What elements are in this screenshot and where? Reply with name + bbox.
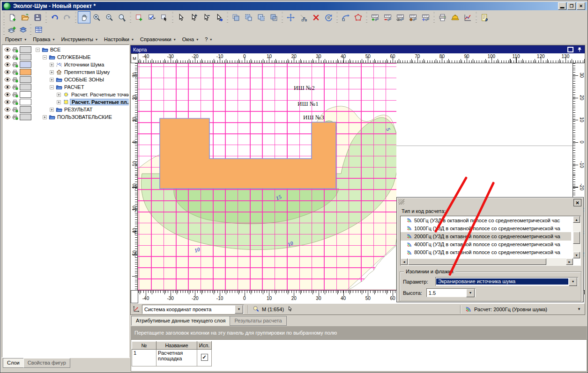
layer-color-swatch[interactable]: [20, 69, 31, 75]
print-layer-icon[interactable]: [11, 69, 19, 76]
shape-subtract-button[interactable]: [242, 11, 255, 23]
select-add-button[interactable]: [187, 11, 200, 23]
redo-button[interactable]: [61, 11, 74, 23]
menu-item-3[interactable]: Инструменты▾: [58, 36, 101, 43]
bottom-tab-2[interactable]: Результаты расчета: [230, 316, 286, 326]
layer-label[interactable]: РАСЧЕТ: [63, 84, 86, 90]
calc-type-item[interactable]: 2000Гц (УЗД в октавной полосе со среднег…: [401, 232, 571, 240]
visibility-eye-icon[interactable]: [4, 114, 11, 121]
project-equipment-button[interactable]: [449, 11, 461, 23]
pick-object-button[interactable]: [158, 11, 171, 23]
layer-row[interactable]: ПОЛЬЗОВАТЕЛЬСКИЕ: [2, 113, 129, 121]
save-project-button[interactable]: [31, 11, 44, 23]
layer-color-swatch[interactable]: [20, 91, 31, 98]
new-project-button[interactable]: [6, 11, 19, 23]
layer-label[interactable]: ПОЛЬЗОВАТЕЛЬСКИЕ: [56, 114, 113, 120]
rotate-button[interactable]: [322, 11, 335, 23]
layer-color-swatch[interactable]: [20, 46, 31, 53]
measure-show-button[interactable]: [394, 11, 407, 23]
delete-button[interactable]: [310, 11, 322, 23]
visibility-eye-icon[interactable]: [4, 91, 11, 98]
layer-color-swatch[interactable]: [20, 106, 31, 113]
print-button[interactable]: [436, 11, 449, 23]
table-view-button[interactable]: [33, 24, 44, 35]
add-layer-button[interactable]: [6, 24, 17, 35]
measure-remove-button[interactable]: [381, 11, 394, 23]
visibility-eye-icon[interactable]: [4, 99, 11, 106]
scroll-left-icon[interactable]: ◄: [401, 258, 408, 265]
layer-label[interactable]: СЛУЖЕБНЫЕ: [56, 54, 92, 60]
layer-color-swatch[interactable]: [20, 84, 31, 90]
zoom-out-button[interactable]: [103, 11, 116, 23]
menu-item-5[interactable]: Справочники▾: [137, 36, 179, 43]
active-calculation-combobox[interactable]: Расчет: 2000Гц (Уровни шума) ▼: [459, 305, 583, 314]
horizontal-scrollbar[interactable]: ◄ ►: [401, 258, 573, 265]
shape-union-button[interactable]: [230, 11, 242, 23]
print-layer-icon[interactable]: [11, 76, 19, 83]
map-pin-icon[interactable]: [577, 47, 582, 52]
left-tab-2[interactable]: Свойства фигур: [23, 358, 70, 368]
layer-row[interactable]: Источники Шума: [2, 61, 129, 68]
visibility-eye-icon[interactable]: [4, 54, 11, 61]
print-layer-icon[interactable]: [11, 106, 19, 113]
edit-polygon-button[interactable]: [352, 11, 365, 23]
left-tab-1[interactable]: Слои: [3, 358, 24, 368]
minus-expand-icon[interactable]: [48, 84, 55, 91]
layer-color-swatch[interactable]: [20, 54, 31, 60]
minus-expand-icon[interactable]: [34, 46, 41, 53]
plus-expand-icon[interactable]: [48, 106, 55, 113]
add-object-button[interactable]: [133, 11, 145, 23]
zoom-in-button[interactable]: [90, 11, 103, 23]
menu-item-6[interactable]: Окна▾: [179, 36, 202, 43]
close-icon[interactable]: ✕: [577, 2, 585, 10]
layer-row[interactable]: СЛУЖЕБНЫЕ: [2, 53, 129, 61]
chevron-down-icon[interactable]: ▼: [466, 289, 475, 297]
calc-type-item[interactable]: 1000Гц (УЗД в октавной полосе со среднег…: [401, 224, 571, 232]
layer-label[interactable]: Расчет. Расчетные пл...: [70, 99, 129, 105]
layer-label[interactable]: ОСОБЫЕ ЗОНЫ: [63, 77, 105, 82]
measure-move-button[interactable]: [419, 11, 432, 23]
print-layer-icon[interactable]: [11, 114, 19, 121]
layer-label[interactable]: Препятствия Шуму: [63, 69, 111, 75]
print-layer-icon[interactable]: [11, 61, 19, 68]
visibility-eye-icon[interactable]: [4, 106, 11, 113]
visibility-eye-icon[interactable]: [4, 61, 11, 68]
open-project-button[interactable]: [19, 11, 31, 23]
visibility-eye-icon[interactable]: [4, 76, 11, 83]
plus-expand-icon[interactable]: [55, 91, 62, 98]
layer-color-swatch[interactable]: [20, 114, 31, 120]
layer-row[interactable]: РАСЧЕТ: [2, 83, 129, 91]
pan-button[interactable]: [78, 11, 90, 23]
coord-system-combobox[interactable]: Система координат проекта ▼: [142, 305, 244, 314]
layer-color-swatch[interactable]: [20, 76, 31, 83]
select-node-button[interactable]: [213, 11, 225, 23]
chevron-down-icon[interactable]: ▼: [577, 307, 583, 311]
shape-intersect-button[interactable]: [255, 11, 268, 23]
undo-button[interactable]: [48, 11, 61, 23]
print-layer-icon[interactable]: [11, 99, 19, 106]
apply-object-button[interactable]: [145, 11, 158, 23]
calc-type-item[interactable]: 500Гц (УЗД в октавной полосе со среднеге…: [401, 216, 571, 224]
print-layer-icon[interactable]: [11, 46, 19, 53]
plus-expand-icon[interactable]: [48, 69, 55, 76]
layer-row[interactable]: Препятствия Шуму: [2, 68, 129, 76]
menu-item-2[interactable]: Правка▾: [30, 36, 58, 43]
layer-row[interactable]: Расчет. Расчетные пл...: [2, 98, 129, 106]
measure-add-button[interactable]: [369, 11, 381, 23]
chevron-down-icon[interactable]: ▼: [235, 305, 243, 314]
calc-type-item[interactable]: 4000Гц (УЗД в октавной полосе со среднег…: [401, 241, 571, 249]
menu-item-4[interactable]: Настройки▾: [101, 36, 137, 43]
layer-label[interactable]: Расчет. Расчетные точки: [70, 92, 129, 97]
scroll-up-icon[interactable]: ▲: [573, 216, 580, 223]
calc-type-listbox[interactable]: 500Гц (УЗД в октавной полосе со среднеге…: [400, 216, 581, 266]
print-layer-icon[interactable]: [11, 91, 19, 98]
layer-manager-button[interactable]: [17, 24, 29, 35]
map-maximize-icon[interactable]: [567, 47, 573, 52]
dialog-grip[interactable]: [398, 199, 404, 205]
grouping-hint-bar[interactable]: Перетащите заголовок колонки на эту пане…: [131, 326, 587, 339]
layer-row[interactable]: ВСЕ: [2, 46, 129, 53]
layer-label[interactable]: ВСЕ: [49, 47, 62, 52]
layer-color-swatch[interactable]: [20, 61, 31, 68]
height-combobox[interactable]: 1.5 ▼: [426, 288, 476, 297]
chevron-down-icon[interactable]: ▼: [569, 278, 577, 286]
